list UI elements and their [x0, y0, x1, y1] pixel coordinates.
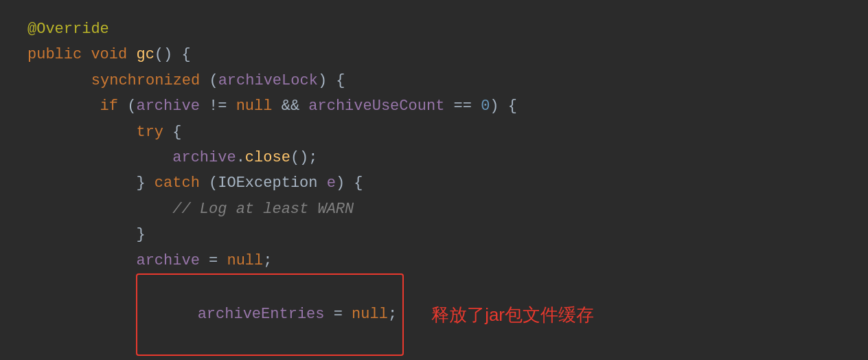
keyword-null-3: null: [352, 306, 388, 323]
var-archive-null: archive: [27, 248, 200, 273]
line-try: try {: [27, 120, 841, 145]
line-if: if (archive != null && archiveUseCount =…: [27, 93, 841, 119]
annotation-label: 释放了jar包文件缓存: [431, 300, 594, 330]
keyword-synchronized: synchronized: [55, 68, 209, 93]
annotation-override: @Override: [27, 16, 109, 42]
line-synchronized: synchronized (archiveLock) {: [27, 68, 841, 93]
var-archive-2: archive: [27, 145, 236, 170]
var-archive: archive: [136, 93, 199, 119]
paren-open: () {: [155, 42, 191, 67]
number-zero: 0: [481, 93, 490, 119]
method-gc: gc: [136, 42, 154, 67]
keyword-if: if: [27, 93, 127, 119]
class-ioexception: IOException: [218, 170, 326, 196]
keyword-void: void: [91, 42, 136, 67]
line-override: @Override: [27, 16, 841, 42]
keyword-public: public: [27, 42, 91, 67]
paren-sync-close: ) {: [318, 68, 345, 93]
line-archive-entries-null: archiveEntries = null; 释放了jar包文件缓存: [27, 273, 841, 356]
var-archiveusecount: archiveUseCount: [308, 93, 444, 119]
line-comment: // Log at least WARN: [27, 196, 841, 222]
keyword-catch: catch: [155, 170, 209, 196]
highlighted-archive-entries: archiveEntries = null;: [136, 273, 404, 356]
var-e: e: [327, 170, 336, 196]
keyword-null-1: null: [236, 93, 273, 119]
code-container: @Override public void gc() { synchronize…: [0, 0, 868, 360]
comment-log: // Log at least WARN: [27, 196, 354, 222]
keyword-try: try: [27, 120, 172, 145]
line-close-if: }: [27, 356, 841, 360]
paren-sync: (: [209, 68, 218, 93]
var-archivelock: archiveLock: [218, 68, 318, 93]
line-catch: } catch (IOException e) {: [27, 170, 841, 196]
var-archiveentries: archiveEntries: [198, 306, 325, 323]
method-close: close: [245, 145, 290, 170]
keyword-null-2: null: [227, 248, 263, 273]
line-close-catch: }: [27, 222, 841, 247]
line-archive-null: archive = null;: [27, 248, 841, 273]
line-close-call: archive.close();: [27, 145, 841, 170]
line-method-sig: public void gc() {: [27, 42, 841, 67]
